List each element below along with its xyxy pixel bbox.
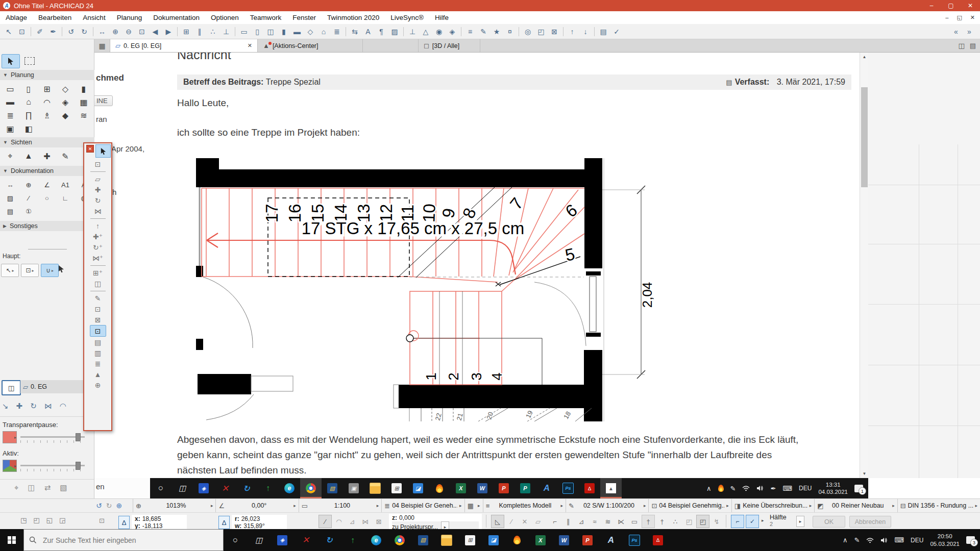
snap-point-toggle-icon[interactable]: ✓ <box>746 515 759 528</box>
tray-language[interactable]: DEU <box>911 537 923 544</box>
system-app-icon[interactable]: ▣ <box>343 478 364 498</box>
settings-icon[interactable]: ¤ <box>503 26 517 38</box>
duplicate-icon[interactable]: ◫ <box>90 278 106 289</box>
tile-window-icon[interactable]: ◰ <box>33 516 39 524</box>
skylight-tool-icon[interactable]: ◈ <box>56 95 75 109</box>
arrow-icon[interactable] <box>95 144 111 158</box>
forum-scrollbar[interactable]: ▲ ▼ <box>860 53 868 478</box>
magic-wand-icon[interactable]: ↯ <box>710 515 723 528</box>
select-handles-icon[interactable]: ⊡ <box>90 304 106 314</box>
marquee-lift-icon[interactable]: ◰ <box>683 515 695 528</box>
undo-icon[interactable]: ↺ <box>64 26 78 38</box>
tray-pen-icon[interactable]: ✎ <box>854 536 860 544</box>
elevation-tool-icon[interactable]: ▲ <box>19 149 38 163</box>
trace-color-swatch[interactable]: ▸ <box>3 431 17 443</box>
layout-prev-icon[interactable]: « <box>949 26 963 38</box>
section-header-sonstiges[interactable]: ▶Sonstiges <box>0 221 94 231</box>
photos-icon[interactable]: ▲ <box>600 478 622 498</box>
guide-remove-icon[interactable]: ⊠ <box>373 515 385 528</box>
red-x-app-icon[interactable]: ✕ <box>214 478 236 498</box>
walk-icon[interactable]: ▲ <box>90 369 106 380</box>
fire-app-icon[interactable] <box>505 529 529 551</box>
remove-guide-icon[interactable]: ✕ <box>519 515 531 528</box>
select-marquee-icon[interactable]: ⊡ <box>90 325 106 337</box>
dimension-tool-icon[interactable]: ↔ <box>1 178 19 191</box>
word-icon[interactable]: W <box>552 529 576 551</box>
haelfte-option[interactable]: Hälfte2 <box>770 514 787 528</box>
marquee-icon[interactable]: ⊡ <box>90 159 106 169</box>
move-icon[interactable]: ✚ <box>90 184 106 195</box>
doc-minimize-icon[interactable]: ‒ <box>945 14 948 21</box>
separator[interactable] <box>90 263 106 267</box>
elevation-icon[interactable]: △ <box>419 26 432 38</box>
tray-clock[interactable]: 20:5005.03.2021 <box>930 533 960 547</box>
rotate-icon[interactable]: ↻ <box>30 402 37 411</box>
photoshop-icon[interactable]: Ps <box>557 478 579 498</box>
photoshop-icon[interactable]: Ps <box>623 529 646 551</box>
menu-item[interactable]: Planung <box>117 14 142 21</box>
stair-tool-icon[interactable]: ≣ <box>1 109 19 122</box>
menu-item[interactable]: Bearbeiten <box>38 14 71 21</box>
notification-icon[interactable]: 3 <box>966 536 975 544</box>
section-icon[interactable]: ⊥ <box>406 26 419 38</box>
doc-restore-icon[interactable]: ◱ <box>957 14 962 21</box>
snap-multiple-icon[interactable]: ≋ <box>602 515 614 528</box>
ok-button[interactable]: OK <box>813 516 845 528</box>
previous-view-icon[interactable]: ◀ <box>149 26 162 38</box>
taskbar-search[interactable] <box>23 529 224 551</box>
erase-guide-icon[interactable]: ▱ <box>532 515 544 528</box>
scrollbar-thumb[interactable] <box>861 87 868 187</box>
powerpoint-icon[interactable]: P <box>576 529 599 551</box>
edge-icon[interactable]: e <box>279 478 300 498</box>
snipping-tool-icon[interactable]: ◪ <box>482 529 505 551</box>
marquee-base-icon[interactable]: ◰ <box>696 515 709 528</box>
morph-tool-icon[interactable]: ◆ <box>56 109 75 122</box>
calculator-icon[interactable]: ⊞ <box>386 478 407 498</box>
menu-item[interactable]: Ablage <box>6 14 27 21</box>
tab-overview-icon[interactable]: ▤ <box>970 42 976 49</box>
elevate-icon[interactable]: ↑ <box>90 220 106 231</box>
chrome-icon[interactable] <box>388 529 411 551</box>
orientation-select[interactable]: ∠ 0,00° ▸ <box>215 499 298 512</box>
beam-icon[interactable]: ▬ <box>290 26 304 38</box>
guide-segment-icon[interactable]: ∕ <box>318 515 332 528</box>
blue-box-app-icon[interactable]: ◈ <box>193 478 214 498</box>
3d-window-icon[interactable]: ◈ <box>446 26 459 38</box>
fire-app-icon[interactable] <box>429 478 450 498</box>
menu-item[interactable]: Hilfe <box>435 14 449 21</box>
menu-item[interactable]: Optionen <box>211 14 239 21</box>
tray-clock[interactable]: 13:3104.03.2021 <box>818 481 848 496</box>
explorer-icon[interactable] <box>435 529 458 551</box>
gravity-icon[interactable]: ⊥ <box>219 26 233 38</box>
marquee-tool-button[interactable] <box>21 54 38 67</box>
layout-next-icon[interactable]: » <box>963 26 976 38</box>
menu-item[interactable]: Ansicht <box>83 14 105 21</box>
dimension-standard-select[interactable]: ⊡ 04 Beispiel Genehmig... ▸ <box>648 499 731 512</box>
snap-stamp-icon[interactable]: ▭ <box>628 515 641 528</box>
publisher-icon[interactable]: P <box>514 478 536 498</box>
minimize-button[interactable]: – <box>922 0 941 11</box>
rotate-icon[interactable]: ↻ <box>90 195 106 206</box>
drawing-tool-icon[interactable]: ▤ <box>1 205 19 218</box>
label-icon[interactable]: ¶ <box>375 26 388 38</box>
duplicate-view-icon[interactable]: ◫ <box>28 483 35 492</box>
explorer-icon[interactable] <box>364 478 386 498</box>
active-color-swatch[interactable]: ▸ <box>3 460 17 472</box>
separator[interactable] <box>233 26 237 38</box>
menu-item[interactable]: Teamwork <box>250 14 282 21</box>
angle-dimension-tool-icon[interactable]: ∠ <box>38 178 56 191</box>
pen-sets-icon[interactable]: ✎ <box>477 26 490 38</box>
zoom-in-icon[interactable]: ⊕ <box>109 26 122 38</box>
tab-close-icon[interactable]: ✕ <box>248 42 252 49</box>
snap-special2-icon[interactable]: † <box>656 515 668 528</box>
dimension-icon[interactable]: ⇆ <box>348 26 361 38</box>
magnet-combo[interactable]: ∪▸ <box>41 264 59 277</box>
menu-item[interactable]: Twinmotion 2020 <box>327 14 379 21</box>
guide-lines-icon[interactable]: ∥ <box>193 26 206 38</box>
scale-select[interactable]: ▭ 1:100 ▸ <box>299 499 381 512</box>
multiply-icon[interactable]: ⊞⁺ <box>90 267 106 278</box>
arrow-combo[interactable]: ↖▸ <box>1 264 19 277</box>
interior-elevation-tool-icon[interactable]: ✚ <box>38 149 56 163</box>
move-copy-icon[interactable]: ✚⁺ <box>90 231 106 242</box>
hatch-visibility-icon[interactable]: ▧ <box>60 483 67 492</box>
